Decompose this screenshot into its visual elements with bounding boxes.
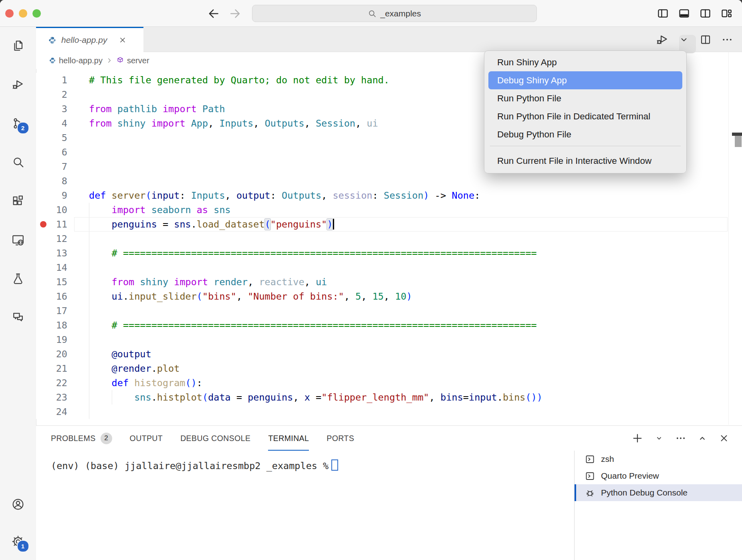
gutter-line-22[interactable]: 22 [36,376,73,390]
panel-tab-debug-console[interactable]: DEBUG CONSOLE [180,426,250,451]
gutter-line-18[interactable]: 18 [36,318,73,332]
gutter-line-14[interactable]: 14 [36,260,73,275]
gutter-line-15[interactable]: 15 [36,275,73,289]
code-line-17[interactable]: 17 [36,304,742,318]
code-line-content[interactable]: import seaborn as sns [73,203,742,217]
activity-bar-item-search[interactable] [9,153,27,171]
code-line-content[interactable]: from shiny import render, reactive, ui [73,275,742,289]
gutter-line-9[interactable]: 9 [36,188,73,203]
menu-item-run-python-file[interactable]: Run Python File [488,89,682,107]
gutter-line-8[interactable]: 8 [36,174,73,188]
code-line-15[interactable]: 15 from shiny import render, reactive, u… [36,275,742,289]
activity-bar-item-settings[interactable]: 1 [9,533,27,550]
more-button[interactable] [675,432,687,444]
gutter-line-17[interactable]: 17 [36,304,73,318]
history-forward-button[interactable] [228,7,242,20]
toggle-primary-sidebar-button[interactable] [656,6,669,20]
gutter-line-10[interactable]: 10 [36,203,73,217]
breakpoint-dot[interactable] [40,221,46,228]
customize-layout-button[interactable] [720,6,733,20]
code-line-content[interactable]: penguins = sns.load_dataset("penguins") [73,217,742,232]
code-line-content[interactable]: # ======================================… [73,318,742,332]
maximize-panel-button[interactable] [696,432,708,444]
code-line-content[interactable]: # ======================================… [73,246,742,260]
code-line-16[interactable]: 16 ui.input_slider("bins", "Number of bi… [36,289,742,304]
menu-item-run-shiny-app[interactable]: Run Shiny App [488,53,682,71]
gutter-line-6[interactable]: 6 [36,145,73,159]
editor-scrollbar[interactable] [728,52,729,425]
code-line-14[interactable]: 14 [36,260,742,275]
panel-tab-output[interactable]: OUTPUT [130,426,163,451]
split-editor-button[interactable] [698,32,713,48]
activity-bar-item-extensions[interactable] [9,192,27,210]
code-line-content[interactable]: @output [73,347,742,361]
gutter-line-20[interactable]: 20 [36,347,73,361]
code-line-8[interactable]: 8 [36,174,742,188]
toggle-panel-button[interactable] [677,6,691,20]
code-line-20[interactable]: 20 @output [36,347,742,361]
code-line-content[interactable] [73,260,742,275]
command-center-search[interactable]: _examples [252,5,537,22]
activity-bar-item-comments[interactable] [9,309,27,326]
terminal-list-item-zsh[interactable]: zsh [575,451,742,467]
gutter-line-11[interactable]: 11 [36,217,73,232]
tab-hello-app-py[interactable]: hello-app.py [36,27,143,52]
code-line-content[interactable] [73,232,742,246]
code-line-18[interactable]: 18 # ===================================… [36,318,742,332]
code-line-9[interactable]: 9def server(input: Inputs, output: Outpu… [36,188,742,203]
code-line-content[interactable]: def server(input: Inputs, output: Output… [73,188,742,203]
gutter-line-4[interactable]: 4 [36,116,73,131]
activity-bar-item-run-and-debug[interactable] [9,76,27,93]
terminal-list-item-python-debug-console[interactable]: Python Debug Console [575,484,742,501]
new-terminal-button[interactable] [631,432,643,444]
code-line-21[interactable]: 21 @render.plot [36,361,742,376]
gutter-line-1[interactable]: 1 [36,73,73,87]
history-back-button[interactable] [207,7,220,20]
code-line-24[interactable]: 24 [36,405,742,419]
menu-item-run-python-file-in-dedicated-terminal[interactable]: Run Python File in Dedicated Terminal [488,107,682,125]
code-line-19[interactable]: 19 [36,332,742,347]
gutter-line-24[interactable]: 24 [36,405,73,419]
code-line-23[interactable]: 23 sns.histplot(data = penguins, x ="fli… [36,390,742,405]
code-line-13[interactable]: 13 # ===================================… [36,246,742,260]
activity-bar-item-remote-explorer[interactable] [9,231,27,249]
gutter-line-16[interactable]: 16 [36,289,73,304]
gutter-line-3[interactable]: 3 [36,102,73,116]
menu-item-run-current-file-in-interactive-window[interactable]: Run Current File in Interactive Window [488,152,682,170]
gutter-line-2[interactable]: 2 [36,87,73,102]
traffic-light-zoom[interactable] [32,9,41,18]
gutter-line-5[interactable]: 5 [36,131,73,145]
gutter-line-7[interactable]: 7 [36,159,73,174]
scrollbar-thumb[interactable] [735,136,742,147]
menu-item-debug-shiny-app[interactable]: Debug Shiny App [488,71,682,89]
panel-tab-ports[interactable]: PORTS [327,426,354,451]
code-line-content[interactable]: def histogram(): [73,376,742,390]
panel-tab-terminal[interactable]: TERMINAL [268,426,309,451]
breadcrumb-symbol[interactable]: server [116,56,149,65]
gutter-line-12[interactable]: 12 [36,232,73,246]
gutter-line-21[interactable]: 21 [36,361,73,376]
traffic-light-minimize[interactable] [19,9,27,18]
code-line-11[interactable]: 11 penguins = sns.load_dataset("penguins… [36,217,742,232]
menu-item-debug-python-file[interactable]: Debug Python File [488,125,682,143]
activity-bar-item-testing[interactable] [9,270,27,288]
close-panel-button[interactable] [718,432,730,444]
gutter-line-19[interactable]: 19 [36,332,73,347]
code-line-content[interactable]: sns.histplot(data = penguins, x ="flippe… [73,390,742,405]
code-line-content[interactable] [73,405,742,419]
activity-bar-item-source-control[interactable]: 2 [9,115,27,132]
code-line-content[interactable] [73,332,742,347]
code-line-22[interactable]: 22 def histogram(): [36,376,742,390]
toggle-secondary-sidebar-button[interactable] [698,6,712,20]
code-line-content[interactable]: ui.input_slider("bins", "Number of bins:… [73,289,742,304]
panel-tab-problems[interactable]: PROBLEMS2 [51,426,112,451]
run-dropdown-button[interactable] [676,32,692,48]
more-actions-button[interactable] [720,32,735,48]
close-tab-icon[interactable] [117,35,128,45]
terminal[interactable]: (env) (base) jjallaire@jjallairesmbp2 _e… [51,459,338,471]
gutter-line-23[interactable]: 23 [36,390,73,405]
code-line-content[interactable] [73,174,742,188]
code-line-content[interactable]: @render.plot [73,361,742,376]
traffic-light-close[interactable] [5,9,14,18]
breadcrumb-file[interactable]: hello-app.py [49,56,103,65]
